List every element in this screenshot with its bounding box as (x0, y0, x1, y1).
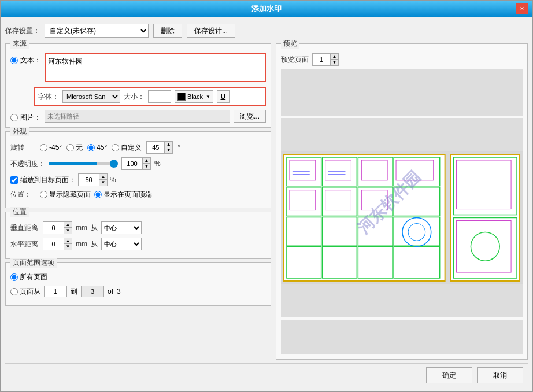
rotate-custom-input-box: ▲ ▼ (146, 141, 173, 154)
rotate-none-radio[interactable] (66, 144, 74, 151)
close-button[interactable]: × (516, 3, 528, 14)
vert-input-box: ▲ ▼ (43, 221, 72, 234)
underline-button[interactable]: U (217, 90, 230, 103)
scale-unit: % (110, 176, 116, 184)
rotate-minus45-radio[interactable] (40, 144, 47, 151)
vert-label: 垂直距离 (10, 223, 39, 233)
preview-bottom-canvas (281, 320, 523, 354)
right-panel: 预览 预览页面 ▲ ▼ (276, 43, 528, 360)
browse-button[interactable]: 浏览... (234, 110, 266, 123)
toolbar-row: 保存设置： 自定义(未保存) 删除 保存设计... (5, 21, 528, 40)
page-to-input[interactable] (81, 286, 104, 297)
size-input[interactable] (148, 90, 171, 103)
confirm-button[interactable]: 确定 (426, 367, 472, 383)
page-from-input[interactable] (44, 286, 67, 297)
appearance-section: 外观 旋转 -45° 无 (5, 131, 271, 208)
page-range-title: 页面范围选项 (10, 258, 57, 268)
rotate-label: 旋转 (10, 143, 36, 153)
horiz-from-label: 从 (91, 239, 98, 249)
pos-display-row: 位置： 显示隐藏页面 显示在页面顶端 (10, 190, 266, 199)
rotate-none-label[interactable]: 无 (66, 143, 83, 153)
image-radio[interactable] (10, 114, 18, 121)
text-radio-label[interactable]: 文本： (10, 53, 41, 65)
scale-spin-buttons: ▲ ▼ (99, 174, 107, 186)
text-radio[interactable] (10, 57, 18, 64)
pos-display-label: 位置： (10, 190, 36, 199)
delete-button[interactable]: 删除 (153, 24, 182, 38)
scale-row: 缩放到目标页面： ▲ ▼ % (10, 173, 266, 186)
pos-top-radio[interactable] (94, 191, 102, 198)
horiz-spin-up[interactable]: ▲ (64, 238, 72, 244)
scale-spin-up[interactable]: ▲ (99, 174, 107, 180)
rotate-custom-input[interactable] (147, 142, 164, 153)
image-radio-label[interactable]: 图片： (10, 110, 41, 123)
scale-checkbox[interactable] (10, 176, 18, 184)
horiz-label: 水平距离 (10, 239, 39, 249)
color-chevron-icon: ▼ (206, 94, 210, 99)
rotate-row: 旋转 -45° 无 45° (10, 141, 266, 154)
font-select[interactable]: Microsoft San (62, 90, 120, 103)
window-title: 添加水印 (17, 3, 516, 14)
pos-hide-label[interactable]: 显示隐藏页面 (40, 190, 91, 199)
horiz-row: 水平距离 ▲ ▼ mm 从 中心 左侧 (10, 238, 266, 250)
preview-section: 预览 预览页面 ▲ ▼ (276, 43, 528, 360)
save-settings-select[interactable]: 自定义(未保存) (45, 24, 149, 38)
page-from-radio-label[interactable]: 页面从 (10, 287, 40, 297)
opacity-input[interactable] (122, 158, 142, 169)
rotate-spin-up[interactable]: ▲ (164, 142, 172, 147)
image-path-input[interactable] (45, 110, 230, 123)
preview-main-canvas: 河东软件园 (281, 118, 523, 317)
total-pages: 3 (117, 287, 121, 295)
rotate-spin-buttons: ▲ ▼ (164, 142, 172, 153)
opacity-slider[interactable] (49, 162, 118, 165)
vert-spin-up[interactable]: ▲ (64, 222, 72, 228)
rotate-minus45-label[interactable]: -45° (40, 143, 62, 151)
all-pages-label[interactable]: 所有页面 (10, 272, 47, 282)
cancel-button[interactable]: 取消 (477, 367, 523, 383)
horiz-input[interactable] (43, 238, 64, 250)
vert-unit: mm (76, 224, 87, 232)
opacity-spin-buttons: ▲ ▼ (142, 158, 150, 169)
preview-spin-down[interactable]: ▼ (330, 60, 338, 65)
pos-hide-radio[interactable] (40, 191, 47, 198)
opacity-label: 不透明度： (10, 159, 45, 169)
position-section: 位置 垂直距离 ▲ ▼ mm 从 (5, 212, 271, 259)
of-label: of (108, 287, 113, 295)
opacity-unit: % (154, 160, 161, 168)
rotate-spin-down[interactable]: ▼ (164, 147, 172, 153)
position-title: 位置 (10, 207, 29, 217)
horiz-from-select[interactable]: 中心 左侧 右侧 (101, 238, 142, 250)
vert-spin-buttons: ▲ ▼ (64, 222, 72, 234)
vert-row: 垂直距离 ▲ ▼ mm 从 中心 顶部 (10, 221, 266, 234)
vert-input[interactable] (43, 222, 64, 234)
scale-input[interactable] (79, 174, 99, 186)
color-swatch (177, 93, 186, 101)
font-label-text: 字体： (38, 92, 59, 102)
rotate-custom-label[interactable]: 自定义 (112, 143, 142, 153)
vert-from-select[interactable]: 中心 顶部 底部 (101, 221, 142, 234)
main-window: 添加水印 × 保存设置： 自定义(未保存) 删除 保存设计... 来源 (0, 0, 533, 392)
preview-page-input[interactable] (313, 54, 330, 65)
rotate-unit: ° (177, 143, 180, 151)
opacity-spin-up[interactable]: ▲ (142, 158, 150, 164)
save-design-button[interactable]: 保存设计... (187, 24, 235, 38)
rotate-45-radio[interactable] (87, 144, 95, 151)
horiz-input-box: ▲ ▼ (43, 238, 72, 250)
horiz-spin-down[interactable]: ▼ (64, 244, 72, 250)
color-label: Black (187, 93, 203, 100)
left-panel: 来源 文本： 字体： Microsoft San (5, 43, 271, 360)
text-input[interactable] (45, 53, 266, 82)
title-bar: 添加水印 × (1, 1, 532, 17)
opacity-input-box: ▲ ▼ (121, 157, 151, 170)
rotate-custom-radio[interactable] (112, 144, 119, 151)
scale-spin-down[interactable]: ▼ (99, 180, 107, 186)
opacity-spin-down[interactable]: ▼ (142, 164, 150, 169)
rotate-45-label[interactable]: 45° (87, 143, 107, 151)
page-from-radio[interactable] (10, 288, 18, 295)
vert-spin-down[interactable]: ▼ (64, 228, 72, 234)
pos-top-label[interactable]: 显示在页面顶端 (94, 190, 152, 199)
all-pages-radio[interactable] (10, 273, 18, 281)
color-button[interactable]: Black ▼ (175, 90, 213, 103)
preview-page-label: 预览页面 (281, 55, 309, 65)
preview-spin-up[interactable]: ▲ (330, 54, 338, 60)
